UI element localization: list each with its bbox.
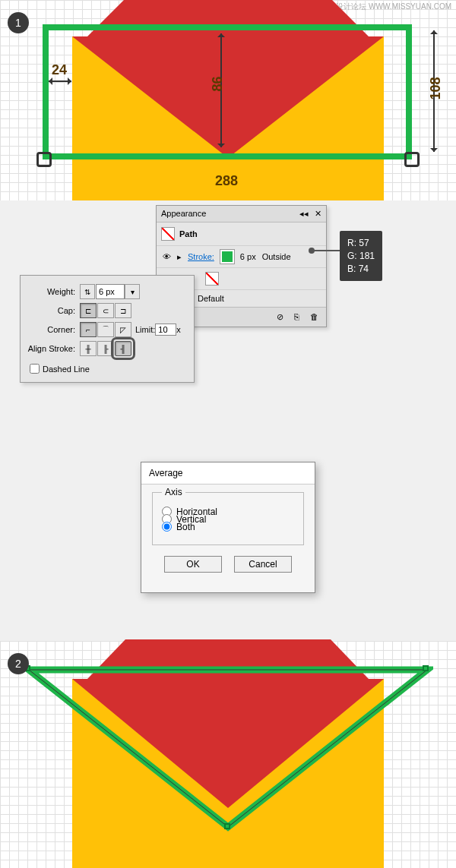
limit-label: Limit: xyxy=(135,325,155,334)
stroke-weight-text: 6 px xyxy=(240,252,256,261)
envelope-back-flap xyxy=(87,0,369,36)
selection-handle-bl[interactable] xyxy=(36,152,52,167)
duplicate-icon[interactable]: ⎘ xyxy=(294,312,299,322)
corner-label: Corner: xyxy=(25,325,80,334)
cap-round-button[interactable]: ⊂ xyxy=(97,303,114,318)
weight-stepper[interactable]: ⇅ xyxy=(80,284,95,299)
stroke-color-swatch[interactable] xyxy=(220,250,234,264)
corner-round-button[interactable]: ⌒ xyxy=(97,322,114,337)
panel-close-icon[interactable]: ✕ xyxy=(315,209,321,219)
align-stroke-label: Align Stroke: xyxy=(25,344,80,353)
selection-handle-br[interactable] xyxy=(404,152,420,167)
dim-label-108: 108 xyxy=(428,77,444,99)
svg-marker-5 xyxy=(29,670,427,827)
axis-legend: Axis xyxy=(162,487,185,497)
path-swatch[interactable] xyxy=(161,227,175,241)
rgb-b: B: 74 xyxy=(347,263,375,276)
dashed-line-checkbox[interactable] xyxy=(30,364,40,374)
no-icon[interactable]: ⊘ xyxy=(277,312,283,322)
anchor-bottom[interactable] xyxy=(224,823,230,829)
stroke-align-text: Outside xyxy=(262,252,291,261)
dim-arrow-24 xyxy=(49,80,71,82)
limit-x: x xyxy=(176,325,181,334)
weight-input[interactable] xyxy=(96,284,125,299)
envelope-front-flap xyxy=(72,36,384,166)
weight-dropdown-icon[interactable]: ▾ xyxy=(125,284,140,299)
appearance-tab[interactable]: Appearance xyxy=(161,209,206,219)
stroke-options-panel[interactable]: Weight: ⇅ ▾ Cap: ⊏ ⊂ ⊐ Corner: ⌐ ⌒ ◸ Lim… xyxy=(20,275,195,383)
rgb-callout: R: 57 G: 181 B: 74 xyxy=(340,231,382,281)
cap-label: Cap: xyxy=(25,306,80,315)
weight-label: Weight: xyxy=(25,287,80,296)
step1-canvas: 1 思缘设计论坛 WWW.MISSYUAN.COM 24 86 108 288 xyxy=(0,0,456,200)
svg-marker-0 xyxy=(87,0,369,36)
average-dialog-area: Average Axis Horizontal Vertical Both OK… xyxy=(0,413,456,641)
fill-swatch[interactable] xyxy=(205,272,219,286)
dim-label-288: 288 xyxy=(215,173,238,189)
limit-input[interactable] xyxy=(155,324,176,336)
panels-area: Appearance ◂◂ ✕ Path 👁 ▸ Stroke: 6 px Ou… xyxy=(0,200,456,413)
radio-both[interactable] xyxy=(162,522,172,532)
stroke-link[interactable]: Stroke: xyxy=(188,252,214,261)
visibility-icon[interactable]: 👁 xyxy=(163,252,171,261)
align-outside-button[interactable]: ╢ xyxy=(115,341,131,356)
align-center-button[interactable]: ╫ xyxy=(80,341,97,356)
step-badge-2: 2 xyxy=(8,653,29,674)
step2-canvas: 2 xyxy=(0,641,456,868)
align-inside-button[interactable]: ╟ xyxy=(97,341,114,356)
panel-collapse-icon[interactable]: ◂◂ xyxy=(299,209,309,219)
rgb-connector xyxy=(312,250,342,251)
cap-projecting-button[interactable]: ⊐ xyxy=(115,303,131,318)
cancel-button[interactable]: Cancel xyxy=(234,556,292,573)
ok-button[interactable]: OK xyxy=(164,556,222,573)
svg-marker-4 xyxy=(29,670,427,827)
rgb-g: G: 181 xyxy=(347,250,375,263)
average-dialog[interactable]: Average Axis Horizontal Vertical Both OK… xyxy=(141,462,315,593)
opacity-value[interactable]: Default xyxy=(198,294,224,303)
cap-butt-button[interactable]: ⊏ xyxy=(80,303,97,318)
expand-icon[interactable]: ▸ xyxy=(177,252,182,262)
radio-both-label: Both xyxy=(176,522,195,532)
trash-icon[interactable]: 🗑 xyxy=(310,312,318,322)
triangle-path[interactable] xyxy=(23,664,433,846)
path-label: Path xyxy=(179,229,198,238)
dashed-line-label: Dashed Line xyxy=(43,365,90,374)
svg-marker-1 xyxy=(72,36,384,158)
dialog-title: Average xyxy=(141,462,315,485)
anchor-tr[interactable] xyxy=(423,665,429,671)
rgb-r: R: 57 xyxy=(347,237,375,250)
dim-label-86: 86 xyxy=(210,76,226,91)
corner-miter-button[interactable]: ⌐ xyxy=(80,322,97,337)
step-badge-1: 1 xyxy=(8,12,29,33)
dim-label-24: 24 xyxy=(52,62,67,78)
corner-bevel-button[interactable]: ◸ xyxy=(115,322,131,337)
